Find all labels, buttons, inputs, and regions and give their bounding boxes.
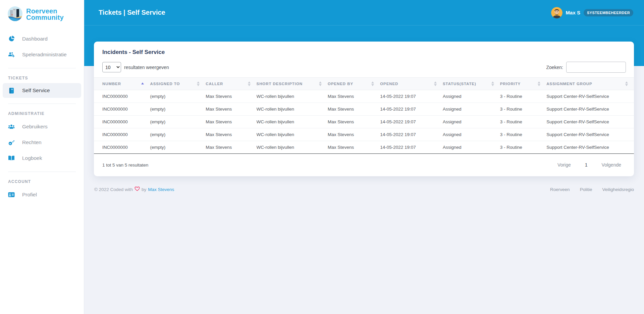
table-cell: WC-rollen bijvullen — [257, 116, 328, 128]
table-row[interactable]: INC0000000(empty)Max StevensWC-rollen bi… — [94, 90, 634, 103]
table-cell: Assigned — [443, 90, 500, 103]
pagination-previous[interactable]: Vorige — [557, 162, 571, 168]
sidebar-item-label: Speleradministratie — [22, 52, 67, 58]
column-header-caller[interactable]: CALLER — [206, 78, 256, 90]
table-cell: 14-05-2022 19:07 — [380, 141, 443, 154]
table-cell: 14-05-2022 19:07 — [380, 90, 443, 103]
pagination-next[interactable]: Volgende — [602, 162, 621, 168]
table-cell: 14-05-2022 19:07 — [380, 103, 443, 116]
column-header-status-state[interactable]: STATUS(STATE) — [443, 78, 500, 90]
table-head: NUMBERASSIGNED TOCALLERSHORT DESCRIPTION… — [94, 78, 634, 90]
sidebar-divider — [8, 68, 76, 68]
footer-links: Roerveen Politie Veiligheidsregio — [550, 187, 634, 192]
sidebar-item-gebruikers[interactable]: Gebruikers — [0, 119, 84, 134]
users-gear-icon — [8, 51, 15, 58]
sidebar-item-speleradministratie[interactable]: Speleradministratie — [0, 47, 84, 62]
column-header-priority[interactable]: PRIORITY — [500, 78, 546, 90]
incidents-table: NUMBERASSIGNED TOCALLERSHORT DESCRIPTION… — [94, 77, 634, 154]
sidebar-item-rechten[interactable]: Rechten — [0, 134, 84, 150]
column-header-assignment-group[interactable]: ASSIGNMENT GROUP — [546, 78, 634, 90]
table-body: INC0000000(empty)Max StevensWC-rollen bi… — [94, 90, 634, 154]
search-input[interactable] — [566, 62, 626, 73]
brand-logo[interactable]: Roerveen Community — [0, 0, 84, 27]
sidebar-item-label: Gebruikers — [22, 124, 48, 130]
pagination-current-page[interactable]: 1 — [585, 162, 588, 168]
footer-link-veiligheidsregio[interactable]: Veiligheidsregio — [602, 187, 634, 192]
table-cell: (empty) — [150, 90, 206, 103]
sidebar-item-label: Rechten — [22, 139, 42, 145]
sort-icons — [434, 81, 437, 86]
column-header-opened-by[interactable]: OPENED BY — [328, 78, 380, 90]
page-length-select[interactable]: 10 — [102, 62, 121, 72]
table-cell: INC0000000 — [94, 128, 150, 141]
table-cell: 3 - Routine — [500, 116, 546, 128]
table-cell: Max Stevens — [328, 103, 380, 116]
column-header-number[interactable]: NUMBER — [94, 78, 150, 90]
column-label: SHORT DESCRIPTION — [257, 82, 303, 86]
user-name: Max S — [566, 10, 580, 15]
table-cell: Support Center-RV-SelfService — [546, 90, 634, 103]
table-footer: 1 tot 5 van 5 resultaten Vorige 1 Volgen… — [94, 154, 634, 168]
page-title: Tickets | Self Service — [99, 9, 165, 16]
footer-link-politie[interactable]: Politie — [580, 187, 592, 192]
table-row[interactable]: INC0000000(empty)Max StevensWC-rollen bi… — [94, 116, 634, 128]
table-cell: 3 - Routine — [500, 103, 546, 116]
sidebar-item-label: Logboek — [22, 155, 42, 161]
column-header-opened[interactable]: OPENED — [380, 78, 443, 90]
footer-link-roerveen[interactable]: Roerveen — [550, 187, 570, 192]
pagination: Vorige 1 Volgende — [557, 162, 621, 168]
sort-icons — [538, 81, 540, 86]
sidebar-item-self-service[interactable]: Self Service — [3, 83, 81, 98]
search-label: Zoeken: — [546, 65, 563, 70]
results-info: 1 tot 5 van 5 resultaten — [102, 163, 148, 168]
column-label: ASSIGNMENT GROUP — [546, 82, 592, 86]
column-header-assigned-to[interactable]: ASSIGNED TO — [150, 78, 206, 90]
avatar[interactable] — [551, 7, 562, 18]
sidebar-section-account: ACCOUNT — [8, 179, 76, 184]
open-book-icon — [8, 155, 15, 162]
table-header-row: NUMBERASSIGNED TOCALLERSHORT DESCRIPTION… — [94, 78, 634, 90]
user-menu[interactable]: Max S SYSTEEMBEHEERDER — [551, 7, 633, 18]
sort-icons — [319, 81, 322, 86]
table-row[interactable]: INC0000000(empty)Max StevensWC-rollen bi… — [94, 141, 634, 154]
table-cell: 14-05-2022 19:07 — [380, 128, 443, 141]
brand-logo-icon — [7, 6, 23, 23]
incidents-card: Incidents - Self Service 10 resultaten w… — [94, 42, 634, 176]
table-cell: INC0000000 — [94, 141, 150, 154]
search-control: Zoeken: — [546, 62, 626, 73]
sidebar-item-label: Profiel — [22, 192, 37, 198]
page-length-label: resultaten weergeven — [124, 65, 169, 70]
sidebar-item-profiel[interactable]: Profiel — [0, 187, 84, 202]
table-cell: Max Stevens — [206, 128, 256, 141]
column-label: OPENED BY — [328, 82, 353, 86]
table-cell: INC0000000 — [94, 103, 150, 116]
sidebar-item-dashboard[interactable]: Dashboard — [0, 31, 84, 47]
sidebar-section-administratie: ADMINISTRATIE — [8, 111, 76, 116]
table-cell: Assigned — [443, 116, 500, 128]
column-label: ASSIGNED TO — [150, 82, 180, 86]
table-cell: (empty) — [150, 116, 206, 128]
column-label: NUMBER — [102, 82, 121, 86]
sidebar-item-label: Dashboard — [22, 36, 48, 42]
sort-icons — [371, 81, 374, 86]
column-header-short-description[interactable]: SHORT DESCRIPTION — [257, 78, 328, 90]
table-cell: Max Stevens — [206, 116, 256, 128]
column-label: STATUS(STATE) — [443, 82, 476, 86]
sidebar-item-logboek[interactable]: Logboek — [0, 150, 84, 166]
table-cell: Assigned — [443, 103, 500, 116]
heart-icon — [135, 186, 140, 192]
author-link[interactable]: Max Stevens — [148, 187, 174, 192]
brand-name: Roerveen Community — [26, 8, 64, 21]
sidebar-item-label: Self Service — [22, 87, 50, 93]
table-cell: 3 - Routine — [500, 128, 546, 141]
table-cell: Support Center-RV-SelfService — [546, 128, 634, 141]
table-cell: Max Stevens — [328, 116, 380, 128]
table-cell: Support Center-RV-SelfService — [546, 116, 634, 128]
table-cell: INC0000000 — [94, 116, 150, 128]
pie-chart-icon — [8, 36, 15, 42]
table-row[interactable]: INC0000000(empty)Max StevensWC-rollen bi… — [94, 103, 634, 116]
top-navbar: Tickets | Self Service — [84, 0, 644, 25]
table-cell: Max Stevens — [328, 90, 380, 103]
table-row[interactable]: INC0000000(empty)Max StevensWC-rollen bi… — [94, 128, 634, 141]
journal-icon — [8, 87, 15, 94]
